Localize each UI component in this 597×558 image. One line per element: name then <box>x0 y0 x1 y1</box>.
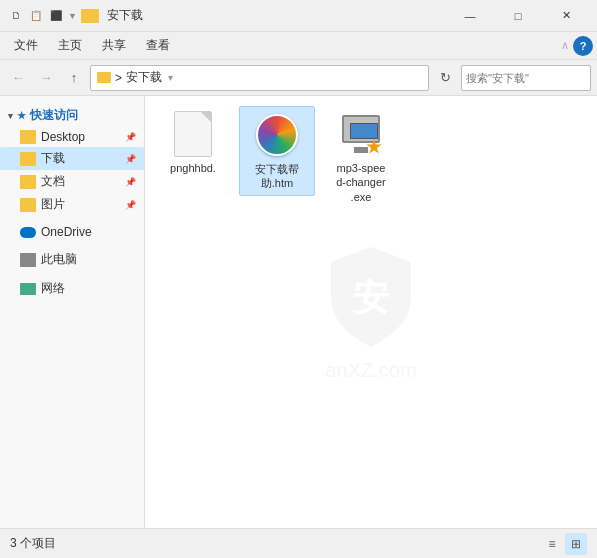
large-icons-view-button[interactable]: ⊞ <box>565 533 587 555</box>
breadcrumb-text: > <box>115 71 122 85</box>
refresh-button[interactable]: ↻ <box>433 66 457 90</box>
onedrive-section: OneDrive <box>0 222 144 242</box>
pictures-folder-icon <box>20 198 36 212</box>
sidebar-documents-label: 文档 <box>41 173 65 190</box>
address-bar: ← → ↑ > 安下载 ▾ ↻ 🔍 <box>0 60 597 96</box>
network-section: 网络 <box>0 277 144 300</box>
view-controls: ≡ ⊞ <box>541 533 587 555</box>
colorful-app-icon <box>256 114 298 156</box>
sidebar-thispc-label: 此电脑 <box>41 251 77 268</box>
sidebar: ▾ ★ 快速访问 Desktop 📌 下载 📌 文档 📌 图片 <box>0 96 145 528</box>
file-item-exe[interactable]: mp3-speed-changer.exe <box>323 106 399 208</box>
svg-text:安: 安 <box>351 277 389 318</box>
file-item-htm[interactable]: 安下载帮助.htm <box>239 106 315 196</box>
collapse-arrow[interactable]: ∧ <box>561 39 569 52</box>
breadcrumb-dropdown[interactable]: ▾ <box>168 72 173 83</box>
computer-icon <box>20 253 36 267</box>
file-area[interactable]: 安 anXZ.com pnghhbd. 安下载帮助.htm <box>145 96 597 528</box>
window-icon3: ⬛ <box>48 8 64 24</box>
onedrive-icon <box>20 227 36 238</box>
menu-share[interactable]: 共享 <box>92 33 136 58</box>
dropdown-arrow: ▼ <box>68 11 77 21</box>
window-icon1: 🗋 <box>8 8 24 24</box>
exe-computer-screen <box>350 123 378 139</box>
file-item-pnghhbd[interactable]: pnghhbd. <box>155 106 231 179</box>
sidebar-network-label: 网络 <box>41 280 65 297</box>
star-icon: ★ <box>17 110 26 121</box>
file-icon-exe <box>337 110 385 158</box>
title-folder-icon <box>81 9 99 23</box>
minimize-button[interactable]: — <box>447 0 493 32</box>
sidebar-item-pictures[interactable]: 图片 📌 <box>0 193 144 216</box>
watermark: 安 anXZ.com <box>321 242 421 382</box>
title-bar-icons: 🗋 📋 ⬛ ▼ <box>8 8 77 24</box>
sidebar-item-network[interactable]: 网络 <box>0 277 144 300</box>
quick-access-label: 快速访问 <box>30 107 78 124</box>
help-button[interactable]: ? <box>573 36 593 56</box>
main-layout: ▾ ★ 快速访问 Desktop 📌 下载 📌 文档 📌 图片 <box>0 96 597 528</box>
sidebar-item-downloads[interactable]: 下载 📌 <box>0 147 144 170</box>
window-controls: — □ ✕ <box>447 0 589 32</box>
desktop-folder-icon <box>20 130 36 144</box>
watermark-text: anXZ.com <box>321 359 421 382</box>
pin-icon-downloads: 📌 <box>125 154 136 164</box>
menu-home[interactable]: 主页 <box>48 33 92 58</box>
watermark-shield-svg: 安 <box>321 242 421 352</box>
sidebar-pictures-label: 图片 <box>41 196 65 213</box>
documents-folder-icon <box>20 175 36 189</box>
menu-right: ∧ ? <box>561 36 593 56</box>
title-bar: 🗋 📋 ⬛ ▼ 安下载 — □ ✕ <box>0 0 597 32</box>
item-count: 3 个项目 <box>10 535 56 552</box>
quick-access-section: ▾ ★ 快速访问 Desktop 📌 下载 📌 文档 📌 图片 <box>0 104 144 216</box>
menu-bar: 文件 主页 共享 查看 ∧ ? <box>0 32 597 60</box>
pin-icon-desktop: 📌 <box>125 132 136 142</box>
thispc-section: 此电脑 <box>0 248 144 271</box>
maximize-button[interactable]: □ <box>495 0 541 32</box>
window-title: 安下载 <box>107 7 447 24</box>
breadcrumb-folder-icon <box>97 72 111 83</box>
sidebar-onedrive-label: OneDrive <box>41 225 92 239</box>
window-icon2: 📋 <box>28 8 44 24</box>
files-grid: pnghhbd. 安下载帮助.htm <box>155 106 587 208</box>
sidebar-item-desktop[interactable]: Desktop 📌 <box>0 127 144 147</box>
file-icon-htm <box>253 111 301 159</box>
close-button[interactable]: ✕ <box>543 0 589 32</box>
file-icon-pnghhbd <box>169 110 217 158</box>
exe-computer-body <box>342 115 380 143</box>
sidebar-downloads-label: 下载 <box>41 150 65 167</box>
status-bar: 3 个项目 ≡ ⊞ <box>0 528 597 558</box>
document-icon <box>174 111 212 157</box>
file-name-exe: mp3-speed-changer.exe <box>336 161 386 204</box>
breadcrumb-current: 安下载 <box>126 69 162 86</box>
file-name-pnghhbd: pnghhbd. <box>170 161 216 175</box>
exe-icon <box>340 113 382 155</box>
back-button[interactable]: ← <box>6 66 30 90</box>
forward-button[interactable]: → <box>34 66 58 90</box>
file-name-htm: 安下载帮助.htm <box>255 162 299 191</box>
sidebar-item-thispc[interactable]: 此电脑 <box>0 248 144 271</box>
pin-icon-pictures: 📌 <box>125 200 136 210</box>
menu-view[interactable]: 查看 <box>136 33 180 58</box>
downloads-folder-icon <box>20 152 36 166</box>
sidebar-item-onedrive[interactable]: OneDrive <box>0 222 144 242</box>
up-button[interactable]: ↑ <box>62 66 86 90</box>
search-box[interactable]: 🔍 <box>461 65 591 91</box>
quick-access-arrow: ▾ <box>8 111 13 121</box>
breadcrumb-bar[interactable]: > 安下载 ▾ <box>90 65 429 91</box>
network-icon <box>20 283 36 295</box>
menu-file[interactable]: 文件 <box>4 33 48 58</box>
quick-access-header[interactable]: ▾ ★ 快速访问 <box>0 104 144 127</box>
details-view-button[interactable]: ≡ <box>541 533 563 555</box>
search-input[interactable] <box>466 72 597 84</box>
sidebar-item-documents[interactable]: 文档 📌 <box>0 170 144 193</box>
sidebar-desktop-label: Desktop <box>41 130 85 144</box>
pin-icon-documents: 📌 <box>125 177 136 187</box>
exe-computer-stand <box>354 147 368 153</box>
